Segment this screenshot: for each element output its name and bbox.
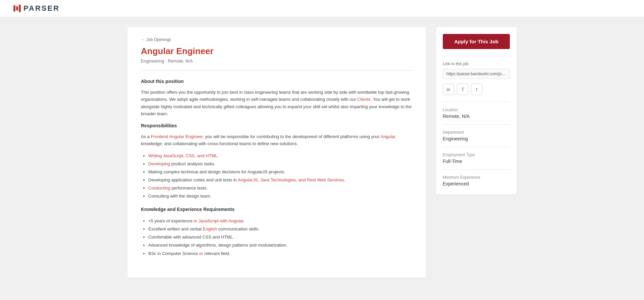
- back-link[interactable]: ← Job Openings: [141, 37, 413, 42]
- apply-divider: [443, 56, 510, 56]
- apply-card: Apply for This Job Link to this job http…: [436, 27, 517, 195]
- logo-bar-3: [19, 5, 21, 12]
- min-experience-value: Experienced: [443, 181, 510, 186]
- department-block: Department Engineering: [443, 130, 510, 141]
- employment-divider: [443, 169, 510, 170]
- back-arrow: ←: [141, 37, 145, 42]
- list-item: BSc in Computer Science or relevant fiel…: [148, 250, 413, 257]
- know-link-1[interactable]: in JavaScript with Angular: [194, 218, 244, 223]
- know-link-2[interactable]: English: [203, 226, 217, 231]
- know-link-3[interactable]: or: [199, 251, 203, 256]
- location-label: Location: [443, 108, 510, 112]
- linkedin-icon: in: [447, 87, 450, 92]
- department-divider: [443, 147, 510, 147]
- min-experience-block: Minimum Experience Experienced: [443, 175, 510, 186]
- list-item: Advanced knowledge of algorithms, design…: [148, 242, 413, 249]
- about-paragraph: This position offers you the opportunity…: [141, 89, 413, 118]
- list-item: Comfortable with advanced CSS and HTML.: [148, 233, 413, 241]
- list-item: Conducting performance tests.: [148, 184, 413, 192]
- job-link-input[interactable]: https://parser.bamboohr.com/jobs/view: [443, 69, 510, 79]
- about-heading: About this position: [141, 79, 413, 84]
- main-content: ← Job Openings Angular Engineer Engineer…: [127, 27, 426, 277]
- min-experience-label: Minimum Experience: [443, 175, 510, 180]
- employment-type-value: Full-Time: [443, 159, 510, 164]
- resp-link-2[interactable]: Developing: [148, 161, 170, 166]
- logo: PARSER: [13, 4, 60, 13]
- list-item: Making complex technical and design deci…: [148, 168, 413, 176]
- sidebar: Apply for This Job Link to this job http…: [436, 27, 517, 195]
- list-item: Developing product analysis tasks.: [148, 160, 413, 168]
- knowledge-heading: Knowledge and Experience Requirements: [141, 207, 413, 212]
- location-value: Remote, N/A: [443, 114, 510, 119]
- logo-bar-1: [13, 5, 15, 11]
- resp-link-1[interactable]: Writing JavaScript, CSS, and HTML.: [148, 153, 219, 158]
- job-title: Angular Engineer: [141, 46, 413, 56]
- list-item: Developing application codes and unit te…: [148, 176, 413, 184]
- page-container: ← Job Openings Angular Engineer Engineer…: [121, 17, 523, 288]
- list-item: +5 years of experience in JavaScript wit…: [148, 217, 413, 225]
- responsibilities-intro: As a Frontend Angular Engineer, you will…: [141, 133, 413, 147]
- twitter-button[interactable]: 𝕋: [457, 84, 468, 95]
- twitter-icon: 𝕋: [461, 87, 464, 92]
- link-label: Link to this job: [443, 61, 510, 66]
- responsibilities-list: Writing JavaScript, CSS, and HTML. Devel…: [141, 152, 413, 200]
- facebook-icon: f: [476, 87, 477, 92]
- facebook-button[interactable]: f: [471, 84, 482, 95]
- resp-link-3[interactable]: AngularJS, Java Technologies, and Rest W…: [238, 177, 344, 182]
- knowledge-list: +5 years of experience in JavaScript wit…: [141, 217, 413, 257]
- title-divider: [141, 70, 413, 71]
- logo-bar-2: [16, 6, 18, 10]
- job-meta: Engineering · Remote, N/A: [141, 58, 413, 63]
- logo-text: PARSER: [23, 4, 60, 13]
- header: PARSER: [0, 0, 644, 17]
- angular-link[interactable]: Angular: [380, 134, 395, 139]
- department-label: Department: [443, 130, 510, 135]
- employment-type-block: Employment Type Full-Time: [443, 153, 510, 164]
- location-block: Location Remote, N/A: [443, 108, 510, 119]
- back-label: Job Openings: [146, 37, 171, 42]
- list-item: Consulting with the design team.: [148, 192, 413, 200]
- list-item: Excellent written and verbal English com…: [148, 225, 413, 233]
- logo-icon: [13, 5, 21, 12]
- social-icons: in 𝕋 f: [443, 84, 510, 95]
- resp-link-4[interactable]: Conducting: [148, 185, 170, 190]
- linkedin-button[interactable]: in: [443, 84, 454, 95]
- department-value: Engineering: [443, 136, 510, 141]
- employment-type-label: Employment Type: [443, 153, 510, 157]
- location-divider: [443, 124, 510, 125]
- apply-button[interactable]: Apply for This Job: [443, 34, 510, 49]
- social-divider: [443, 102, 510, 102]
- responsibilities-heading: Responsibilities: [141, 123, 413, 128]
- clients-link[interactable]: Clients: [357, 97, 371, 102]
- list-item: Writing JavaScript, CSS, and HTML.: [148, 152, 413, 160]
- role-link[interactable]: Frontend Angular Engineer: [151, 134, 203, 139]
